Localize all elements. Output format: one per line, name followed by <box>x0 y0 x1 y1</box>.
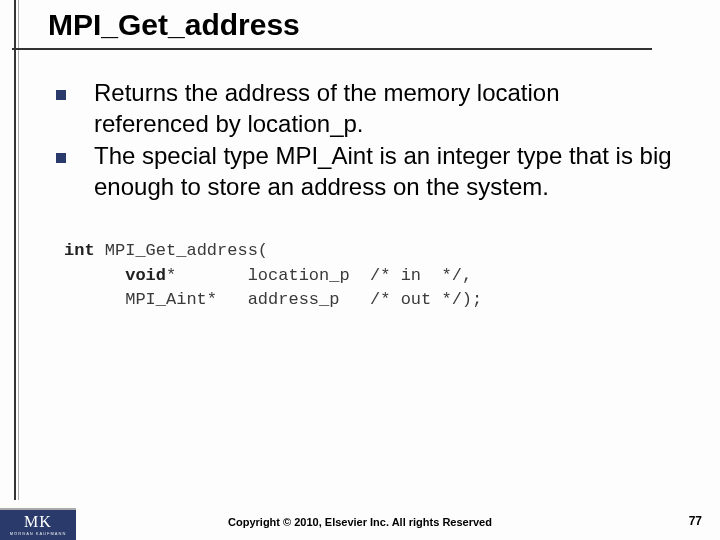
content: Returns the address of the memory locati… <box>0 50 720 313</box>
vertical-rule <box>14 0 16 500</box>
code-keyword: int <box>64 241 95 260</box>
list-item: The special type MPI_Aint is an integer … <box>56 141 680 202</box>
title-underline <box>12 48 652 50</box>
page-number: 77 <box>689 514 702 528</box>
list-item: Returns the address of the memory locati… <box>56 78 680 139</box>
slide: MPI_Get_address Returns the address of t… <box>0 0 720 540</box>
vertical-rule-thin <box>18 0 19 500</box>
code-text: MPI_Aint* address_p /* out */); <box>64 290 482 309</box>
code-text: MPI_Get_address( <box>95 241 268 260</box>
bullet-list: Returns the address of the memory locati… <box>56 78 680 203</box>
code-text: * location_p /* in */, <box>166 266 472 285</box>
bullet-text: Returns the address of the memory locati… <box>94 78 680 139</box>
bullet-icon <box>56 153 66 163</box>
publisher-name: MORGAN KAUFMANN <box>10 532 67 536</box>
code-keyword: void <box>125 266 166 285</box>
copyright: Copyright © 2010, Elsevier Inc. All righ… <box>0 516 720 528</box>
bullet-icon <box>56 90 66 100</box>
title-region: MPI_Get_address <box>0 0 720 50</box>
footer: MK MORGAN KAUFMANN Copyright © 2010, Els… <box>0 504 720 540</box>
page-title: MPI_Get_address <box>0 8 720 48</box>
bullet-text: The special type MPI_Aint is an integer … <box>94 141 680 202</box>
code-block: int MPI_Get_address( void* location_p /*… <box>64 239 680 313</box>
